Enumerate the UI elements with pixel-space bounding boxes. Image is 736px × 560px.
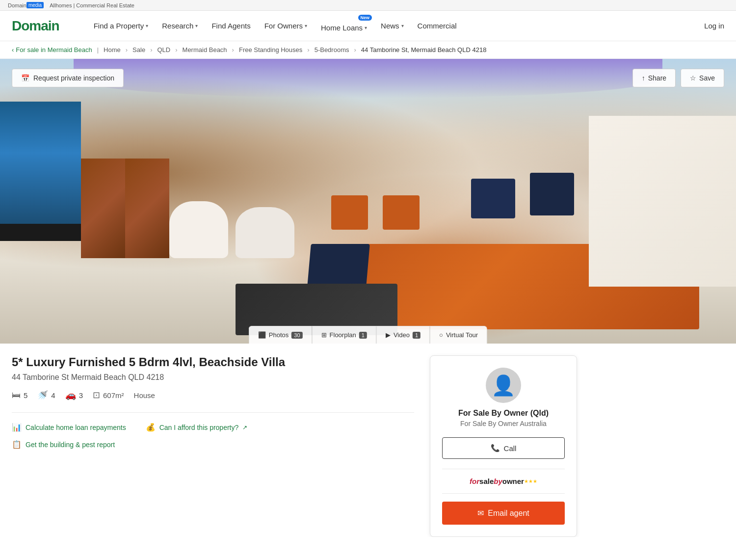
area-icon: ⊡ — [93, 390, 100, 400]
login-button[interactable]: Log in — [704, 22, 724, 30]
navigation: Domain Find a Property ▾ Research ▾ Find… — [0, 11, 736, 41]
call-button[interactable]: 📞 Call — [442, 437, 565, 459]
loan-repayments-link[interactable]: 📊 Calculate home loan repayments — [12, 423, 126, 432]
floorplan-count: 1 — [359, 332, 367, 339]
external-link-icon: ↗ — [242, 424, 247, 431]
agent-avatar: 👤 — [486, 368, 521, 403]
property-address: 44 Tamborine St Mermaid Beach QLD 4218 — [12, 373, 414, 382]
chevron-down-icon: ▾ — [195, 23, 198, 28]
hero-image: 📅 Request private inspection ↑ Share ☆ S… — [0, 59, 736, 344]
breadcrumb-arrow: › — [307, 46, 309, 53]
breadcrumb-separator: | — [97, 46, 99, 53]
dining-chair — [331, 195, 368, 230]
breadcrumb-current: 44 Tamborine St, Mermaid Beach QLD 4218 — [361, 46, 487, 53]
breadcrumb-bedrooms[interactable]: 5-Bedrooms — [315, 46, 349, 53]
tv-screen — [0, 102, 81, 230]
chevron-down-icon: ▾ — [146, 23, 148, 28]
dark-pillow — [307, 244, 370, 287]
top-bar: Domain media Allhomes | Commercial Real … — [0, 0, 736, 11]
garage-count: 3 — [79, 391, 83, 400]
tab-virtual-tour[interactable]: ○ Virtual Tour — [430, 326, 487, 344]
agent-panel: 👤 For Sale By Owner (Qld) For Sale By Ow… — [430, 355, 577, 537]
dining-chair-2 — [383, 195, 420, 230]
chevron-left-icon: ‹ — [12, 46, 14, 53]
white-chair-2 — [236, 207, 294, 258]
breadcrumb-free-standing[interactable]: Free Standing Houses — [239, 46, 302, 53]
car-icon: 🚗 — [65, 390, 76, 400]
calculator-icon: 📊 — [12, 423, 22, 432]
media-tabs: ⬛ Photos 30 ⊞ Floorplan 1 ▶ Video 1 ○ Vi… — [249, 326, 487, 344]
nav-for-owners[interactable]: For Owners ▾ — [258, 18, 314, 34]
email-icon: ✉ — [477, 508, 484, 518]
property-type: House — [134, 391, 155, 400]
video-count: 1 — [413, 332, 421, 339]
hero-right-buttons: ↑ Share ☆ Save — [632, 69, 724, 87]
breadcrumb-arrow: › — [354, 46, 356, 53]
email-agent-button[interactable]: ✉ Email agent — [442, 502, 565, 525]
panel-divider-2 — [442, 493, 565, 494]
feature-garages: 🚗 3 — [65, 390, 83, 400]
tab-photos[interactable]: ⬛ Photos 30 — [249, 326, 312, 344]
blue-chair-2 — [471, 179, 515, 218]
top-bar-links[interactable]: Allhomes | Commercial Real Estate — [50, 2, 134, 8]
feature-area: ⊡ 607m² — [93, 390, 124, 400]
property-photo — [0, 59, 736, 344]
photos-count: 30 — [291, 332, 302, 339]
share-icon: ↑ — [642, 74, 645, 82]
nav-home-loans[interactable]: New Home Loans ▾ — [314, 16, 374, 36]
chevron-down-icon: ▾ — [365, 25, 367, 30]
breadcrumb-qld[interactable]: QLD — [157, 46, 170, 53]
share-button[interactable]: ↑ Share — [632, 69, 676, 87]
breadcrumb-sale[interactable]: Sale — [132, 46, 145, 53]
main-content: 5* Luxury Furnished 5 Bdrm 4lvl, Beachsi… — [0, 355, 589, 537]
forsalebyowner-logo: for sale by owner ★★★ — [442, 477, 565, 485]
nav-research[interactable]: Research ▾ — [155, 18, 205, 34]
site-logo[interactable]: Domain — [12, 18, 59, 34]
wood-door-2 — [125, 159, 169, 258]
new-badge: New — [358, 15, 372, 21]
feature-bedrooms: 🛏 5 — [12, 390, 27, 400]
action-links: 📊 Calculate home loan repayments 💰 Can I… — [12, 423, 414, 432]
virtual-tour-icon: ○ — [439, 331, 443, 339]
property-features: 🛏 5 🚿 4 🚗 3 ⊡ 607m² House — [12, 390, 414, 400]
wood-door — [81, 159, 125, 258]
breadcrumb-arrow: › — [150, 46, 152, 53]
agent-name: For Sale By Owner (Qld) — [442, 409, 565, 418]
star-icon: ☆ — [690, 74, 696, 82]
person-icon: 👤 — [491, 374, 516, 397]
nav-find-agents[interactable]: Find Agents — [205, 18, 257, 34]
report-icon: 📋 — [12, 440, 22, 449]
property-title: 5* Luxury Furnished 5 Bdrm 4lvl, Beachsi… — [12, 355, 414, 369]
hero-overlay: 📅 Request private inspection ↑ Share ☆ S… — [0, 59, 736, 97]
request-inspection-button[interactable]: 📅 Request private inspection — [12, 69, 124, 87]
breadcrumb-arrow: › — [232, 46, 234, 53]
agent-company: For Sale By Owner Australia — [442, 420, 565, 427]
tab-video[interactable]: ▶ Video 1 — [376, 326, 430, 344]
photos-icon: ⬛ — [258, 331, 266, 339]
calendar-icon: 📅 — [21, 74, 29, 82]
nav-items: Find a Property ▾ Research ▾ Find Agents… — [87, 16, 688, 36]
breadcrumb-arrow: › — [126, 46, 128, 53]
building-pest-link[interactable]: 📋 Get the building & pest report — [12, 440, 414, 449]
nav-commercial[interactable]: Commercial — [411, 18, 464, 34]
bedroom-count: 5 — [24, 391, 27, 400]
tab-floorplan[interactable]: ⊞ Floorplan 1 — [312, 326, 376, 344]
breadcrumb: ‹ For sale in Mermaid Beach | Home › Sal… — [0, 41, 736, 59]
video-icon: ▶ — [386, 331, 391, 339]
floorplan-icon: ⊞ — [321, 331, 327, 339]
nav-news[interactable]: News ▾ — [374, 18, 411, 34]
afford-link[interactable]: 💰 Can I afford this property? ↗ — [146, 423, 248, 432]
nav-find-property[interactable]: Find a Property ▾ — [87, 18, 156, 34]
blue-chair — [530, 173, 574, 215]
feature-bathrooms: 🚿 4 — [37, 390, 55, 400]
chevron-down-icon: ▾ — [401, 23, 404, 28]
media-badge: media — [26, 2, 44, 8]
breadcrumb-home[interactable]: Home — [104, 46, 121, 53]
breadcrumb-mermaid-beach[interactable]: Mermaid Beach — [183, 46, 227, 53]
save-button[interactable]: ☆ Save — [681, 69, 724, 87]
breadcrumb-back[interactable]: ‹ For sale in Mermaid Beach — [12, 46, 92, 53]
kitchen-area — [589, 116, 736, 287]
property-details: 5* Luxury Furnished 5 Bdrm 4lvl, Beachsi… — [12, 355, 414, 537]
chevron-down-icon: ▾ — [305, 23, 307, 28]
land-size: 607m² — [103, 391, 124, 400]
